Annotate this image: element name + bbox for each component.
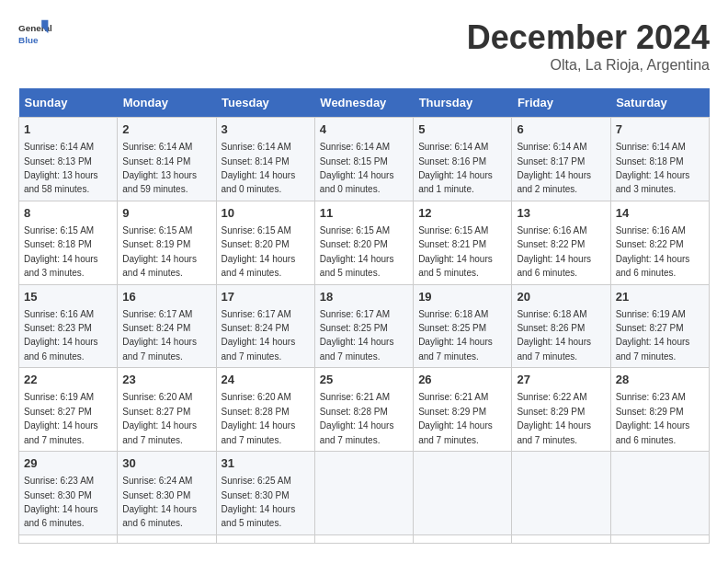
day-number: 31: [222, 455, 310, 472]
calendar-cell: [512, 534, 610, 543]
header-saturday: Saturday: [610, 88, 709, 118]
day-number: 8: [24, 205, 112, 222]
calendar-cell: 9 Sunrise: 6:15 AMSunset: 8:19 PMDayligh…: [118, 201, 216, 284]
day-info: Sunrise: 6:14 AMSunset: 8:14 PMDaylight:…: [122, 142, 197, 194]
calendar-cell: [512, 452, 610, 535]
day-info: Sunrise: 6:17 AMSunset: 8:25 PMDaylight:…: [320, 309, 394, 362]
header-tuesday: Tuesday: [216, 88, 314, 118]
location: Olta, La Rioja, Argentina: [467, 57, 710, 74]
day-info: Sunrise: 6:16 AMSunset: 8:23 PMDaylight:…: [24, 309, 98, 362]
day-info: Sunrise: 6:24 AMSunset: 8:30 PMDaylight:…: [122, 476, 197, 528]
calendar-cell: 27 Sunrise: 6:22 AMSunset: 8:29 PMDaylig…: [512, 368, 610, 452]
day-number: 18: [320, 289, 408, 305]
day-info: Sunrise: 6:14 AMSunset: 8:15 PMDaylight:…: [320, 142, 394, 194]
day-info: Sunrise: 6:19 AMSunset: 8:27 PMDaylight:…: [616, 309, 690, 362]
day-number: 22: [24, 372, 112, 388]
day-info: Sunrise: 6:23 AMSunset: 8:30 PMDaylight:…: [24, 476, 98, 528]
calendar-cell: [414, 452, 512, 535]
calendar-cell: [610, 534, 709, 543]
calendar-cell: 10 Sunrise: 6:15 AMSunset: 8:20 PMDaylig…: [216, 201, 314, 284]
logo-icon: GeneralBlue: [18, 18, 51, 52]
calendar-cell: 21 Sunrise: 6:19 AMSunset: 8:27 PMDaylig…: [610, 284, 709, 368]
calendar-cell: 12 Sunrise: 6:15 AMSunset: 8:21 PMDaylig…: [414, 201, 512, 284]
calendar-cell: [610, 452, 709, 535]
day-info: Sunrise: 6:15 AMSunset: 8:20 PMDaylight:…: [320, 225, 394, 278]
calendar-cell: 31 Sunrise: 6:25 AMSunset: 8:30 PMDaylig…: [216, 452, 314, 535]
day-number: 13: [517, 205, 605, 222]
header-monday: Monday: [118, 88, 216, 118]
day-number: 6: [517, 121, 605, 138]
calendar-cell: 6 Sunrise: 6:14 AMSunset: 8:17 PMDayligh…: [512, 118, 610, 201]
calendar-cell: 30 Sunrise: 6:24 AMSunset: 8:30 PMDaylig…: [118, 452, 216, 535]
day-info: Sunrise: 6:25 AMSunset: 8:30 PMDaylight:…: [222, 476, 296, 528]
page-header: GeneralBlue December 2024 Olta, La Rioja…: [18, 18, 710, 74]
calendar-row: 22 Sunrise: 6:19 AMSunset: 8:27 PMDaylig…: [19, 368, 710, 452]
day-info: Sunrise: 6:19 AMSunset: 8:27 PMDaylight:…: [24, 392, 98, 444]
calendar-cell: 19 Sunrise: 6:18 AMSunset: 8:25 PMDaylig…: [414, 284, 512, 368]
day-number: 28: [616, 372, 704, 388]
day-number: 9: [122, 205, 210, 222]
day-number: 21: [616, 289, 704, 305]
calendar-cell: 23 Sunrise: 6:20 AMSunset: 8:27 PMDaylig…: [118, 368, 216, 452]
calendar-cell: 25 Sunrise: 6:21 AMSunset: 8:28 PMDaylig…: [314, 368, 413, 452]
calendar-cell: 16 Sunrise: 6:17 AMSunset: 8:24 PMDaylig…: [118, 284, 216, 368]
calendar-cell: [216, 534, 314, 543]
day-number: 17: [222, 289, 310, 305]
calendar-cell: 7 Sunrise: 6:14 AMSunset: 8:18 PMDayligh…: [610, 118, 709, 201]
calendar-row: 15 Sunrise: 6:16 AMSunset: 8:23 PMDaylig…: [19, 284, 710, 368]
calendar-row: [19, 534, 710, 543]
day-info: Sunrise: 6:21 AMSunset: 8:28 PMDaylight:…: [320, 392, 394, 444]
day-info: Sunrise: 6:17 AMSunset: 8:24 PMDaylight:…: [122, 309, 197, 362]
day-number: 29: [24, 455, 112, 472]
calendar-cell: 1 Sunrise: 6:14 AMSunset: 8:13 PMDayligh…: [19, 118, 118, 201]
calendar-cell: 18 Sunrise: 6:17 AMSunset: 8:25 PMDaylig…: [314, 284, 413, 368]
day-number: 20: [517, 289, 605, 305]
day-number: 1: [24, 121, 112, 138]
calendar-cell: 3 Sunrise: 6:14 AMSunset: 8:14 PMDayligh…: [216, 118, 314, 201]
day-number: 16: [122, 289, 210, 305]
day-number: 12: [418, 205, 506, 222]
day-info: Sunrise: 6:17 AMSunset: 8:24 PMDaylight:…: [222, 309, 296, 362]
calendar-cell: 4 Sunrise: 6:14 AMSunset: 8:15 PMDayligh…: [314, 118, 413, 201]
day-info: Sunrise: 6:21 AMSunset: 8:29 PMDaylight:…: [418, 392, 493, 444]
calendar-cell: 24 Sunrise: 6:20 AMSunset: 8:28 PMDaylig…: [216, 368, 314, 452]
calendar-cell: 22 Sunrise: 6:19 AMSunset: 8:27 PMDaylig…: [19, 368, 118, 452]
day-number: 10: [222, 205, 310, 222]
day-info: Sunrise: 6:14 AMSunset: 8:16 PMDaylight:…: [418, 142, 493, 194]
calendar-cell: 29 Sunrise: 6:23 AMSunset: 8:30 PMDaylig…: [19, 452, 118, 535]
calendar-cell: [314, 534, 413, 543]
day-info: Sunrise: 6:16 AMSunset: 8:22 PMDaylight:…: [616, 225, 690, 278]
svg-text:Blue: Blue: [18, 35, 39, 45]
day-info: Sunrise: 6:20 AMSunset: 8:27 PMDaylight:…: [122, 392, 197, 444]
logo: GeneralBlue: [18, 18, 51, 52]
day-number: 19: [418, 289, 506, 305]
calendar-row: 8 Sunrise: 6:15 AMSunset: 8:18 PMDayligh…: [19, 201, 710, 284]
day-info: Sunrise: 6:16 AMSunset: 8:22 PMDaylight:…: [517, 225, 591, 278]
day-number: 14: [616, 205, 704, 222]
calendar-row: 1 Sunrise: 6:14 AMSunset: 8:13 PMDayligh…: [19, 118, 710, 201]
day-info: Sunrise: 6:14 AMSunset: 8:13 PMDaylight:…: [24, 142, 98, 194]
day-number: 23: [122, 372, 210, 388]
day-info: Sunrise: 6:15 AMSunset: 8:21 PMDaylight:…: [418, 225, 493, 278]
calendar-cell: 13 Sunrise: 6:16 AMSunset: 8:22 PMDaylig…: [512, 201, 610, 284]
day-info: Sunrise: 6:15 AMSunset: 8:18 PMDaylight:…: [24, 225, 98, 278]
calendar-cell: 14 Sunrise: 6:16 AMSunset: 8:22 PMDaylig…: [610, 201, 709, 284]
day-info: Sunrise: 6:20 AMSunset: 8:28 PMDaylight:…: [222, 392, 296, 444]
day-info: Sunrise: 6:18 AMSunset: 8:25 PMDaylight:…: [418, 309, 493, 362]
calendar-cell: [314, 452, 413, 535]
calendar-cell: 15 Sunrise: 6:16 AMSunset: 8:23 PMDaylig…: [19, 284, 118, 368]
calendar-cell: 17 Sunrise: 6:17 AMSunset: 8:24 PMDaylig…: [216, 284, 314, 368]
month-title: December 2024: [467, 18, 710, 57]
day-info: Sunrise: 6:18 AMSunset: 8:26 PMDaylight:…: [517, 309, 591, 362]
day-info: Sunrise: 6:14 AMSunset: 8:18 PMDaylight:…: [616, 142, 690, 194]
calendar-cell: 26 Sunrise: 6:21 AMSunset: 8:29 PMDaylig…: [414, 368, 512, 452]
day-info: Sunrise: 6:14 AMSunset: 8:14 PMDaylight:…: [222, 142, 296, 194]
day-info: Sunrise: 6:23 AMSunset: 8:29 PMDaylight:…: [616, 392, 690, 444]
calendar-cell: 28 Sunrise: 6:23 AMSunset: 8:29 PMDaylig…: [610, 368, 709, 452]
day-info: Sunrise: 6:22 AMSunset: 8:29 PMDaylight:…: [517, 392, 591, 444]
title-block: December 2024 Olta, La Rioja, Argentina: [467, 18, 710, 74]
calendar-table: Sunday Monday Tuesday Wednesday Thursday…: [18, 88, 710, 544]
header-thursday: Thursday: [414, 88, 512, 118]
header-sunday: Sunday: [19, 88, 118, 118]
calendar-cell: 20 Sunrise: 6:18 AMSunset: 8:26 PMDaylig…: [512, 284, 610, 368]
